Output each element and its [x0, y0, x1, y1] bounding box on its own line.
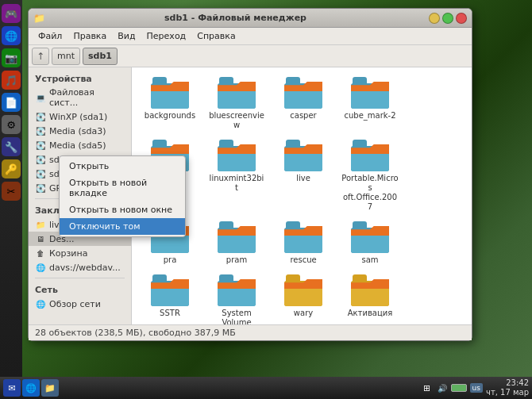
devices-section-title: Устройства [29, 71, 131, 86]
cut-icon: ✂ [7, 186, 16, 198]
file-item-aktivaciya[interactable]: Активация [338, 271, 402, 324]
tray-icons: ⊞ 🔊 [421, 382, 467, 394]
file-name-cube-mark: cube_mark-2 [344, 111, 395, 121]
file-name-bluescreenview: bluescreenview [208, 111, 265, 130]
file-item-backgrounds[interactable]: backgrounds [138, 74, 202, 133]
path-mnt-button[interactable]: mnt [52, 48, 80, 65]
panel-item-davs[interactable]: 🌐 davs://webdav... [29, 260, 131, 274]
file-item-system-volume[interactable]: System Volume Information [205, 271, 268, 324]
folder-icon-cube-mark [351, 77, 389, 109]
live-icon: 📁 [35, 219, 46, 230]
sidebar-app-docs[interactable]: 📄 [2, 93, 21, 112]
nav-up-icon: ↑ [37, 51, 44, 62]
file-item-rescue[interactable]: rescue [272, 218, 335, 268]
taskbar-browser-icon[interactable]: 🌐 [22, 379, 40, 397]
folder-icon-sstr [151, 274, 189, 306]
file-item-pram[interactable]: pram [205, 218, 268, 268]
file-item-portable-office[interactable]: Portable.Micros oft.Office.2007 [338, 136, 402, 215]
panel-item-winxp[interactable]: 💽 WinXP (sda1) [29, 109, 131, 124]
games-icon: 🎮 [5, 8, 17, 20]
toolbar: ↑ mnt sdb1 [29, 45, 472, 67]
file-item-cube-mark[interactable]: cube_mark-2 [338, 74, 402, 133]
file-name-system-volume: System Volume Information [208, 309, 265, 324]
status-text: 28 объектов (238,5 МБ), свободно 387,9 М… [35, 328, 236, 338]
sidebar-app-browser[interactable]: 🌐 [2, 26, 21, 45]
folder-icon-bluescreenview [218, 77, 256, 109]
nav-up-button[interactable]: ↑ [32, 48, 49, 65]
menu-view[interactable]: Вид [113, 29, 140, 43]
sidebar-app-camera[interactable]: 📷 [2, 48, 21, 67]
minimize-button[interactable] [429, 13, 440, 24]
file-name-sstr: SSTR [160, 309, 180, 318]
trash-icon: 🗑 [35, 247, 46, 259]
file-item-live[interactable]: live [272, 136, 335, 215]
keys-icon: 🔑 [5, 163, 17, 175]
menu-bar: Файл Правка Вид Переход Справка [29, 28, 472, 45]
tray-sound-icon[interactable]: 🔊 [436, 382, 449, 394]
panel-item-trash[interactable]: 🗑 Корзина [29, 246, 131, 260]
date-text: чт, 17 мар [486, 388, 529, 397]
close-button[interactable] [456, 13, 467, 24]
file-item-casper[interactable]: casper [272, 74, 335, 133]
sidebar-app-games[interactable]: 🎮 [2, 4, 21, 23]
folder-icon-linuxmint [218, 140, 256, 171]
file-name-rescue: rescue [290, 255, 316, 265]
music-icon: 🎵 [5, 75, 17, 86]
file-name-wary: wary [294, 309, 313, 318]
folder-icon-backgrounds [151, 77, 189, 109]
context-menu-open[interactable]: Открыть [60, 158, 185, 175]
context-menu-open-tab[interactable]: Открыть в новой вкладке [60, 175, 185, 201]
file-name-backgrounds: backgrounds [145, 111, 195, 121]
filesystem-icon: 💻 [35, 92, 46, 103]
file-name-pra: pra [164, 255, 177, 265]
network-label: Обзор сети [49, 299, 101, 309]
file-item-wary[interactable]: wary [272, 271, 335, 324]
menu-file[interactable]: Файл [33, 29, 67, 43]
tray-network-icon[interactable]: ⊞ [421, 382, 434, 394]
app-launcher-sidebar: 🎮 🌐 📷 🎵 📄 ⚙ 🔧 🔑 ✂ [0, 0, 22, 399]
docs-icon: 📄 [5, 97, 17, 109]
maximize-button[interactable] [442, 13, 453, 24]
file-item-bluescreenview[interactable]: bluescreenview [205, 74, 268, 133]
sidebar-app-cut[interactable]: ✂ [2, 182, 21, 201]
sda7-icon: 💽 [35, 168, 46, 179]
file-name-portable-office: Portable.Micros oft.Office.2007 [341, 174, 399, 212]
title-bar: 📁 sdb1 - Файловый менеджер [29, 9, 472, 28]
taskbar-email-icon[interactable]: ✉ [3, 379, 21, 397]
sda6-icon: 💽 [35, 154, 46, 165]
sidebar-app-tools[interactable]: 🔧 [2, 137, 21, 156]
sidebar-app-music[interactable]: 🎵 [2, 71, 21, 90]
file-item-linuxmint[interactable]: linuxmint32bit [205, 136, 268, 215]
menu-help[interactable]: Справка [192, 29, 240, 43]
sidebar-app-settings[interactable]: ⚙ [2, 115, 21, 134]
folder-icon-live [284, 140, 322, 171]
path-mnt-label: mnt [57, 51, 75, 61]
file-item-sam[interactable]: sam [338, 218, 402, 268]
taskbar-files-icon[interactable]: 📁 [41, 379, 59, 397]
folder-icon-pram [218, 221, 256, 253]
folder-icon-casper [284, 77, 322, 109]
path-sdb1-button[interactable]: sdb1 [83, 48, 118, 65]
davs-icon: 🌐 [35, 262, 46, 273]
panel-item-media-sda5[interactable]: 💽 Media (sda5) [29, 138, 131, 152]
desktop-icon: 🖥 [35, 233, 46, 244]
context-menu-open-window[interactable]: Открыть в новом окне [60, 201, 185, 218]
file-item-sstr[interactable]: SSTR [138, 271, 202, 324]
winxp-label: WinXP (sda1) [49, 112, 107, 122]
locale-indicator[interactable]: us [470, 383, 483, 393]
winxp-icon: 💽 [35, 111, 46, 122]
folder-icon-rescue [284, 221, 322, 253]
sidebar-app-keys[interactable]: 🔑 [2, 159, 21, 178]
media-sda5-icon: 💽 [35, 140, 46, 151]
tray-battery-icon[interactable] [451, 384, 467, 392]
panel-item-network[interactable]: 🌐 Обзор сети [29, 297, 131, 311]
context-menu-unmount[interactable]: Отключить том [60, 218, 185, 235]
panel-item-filesystem[interactable]: 💻 Файловая сист... [29, 86, 131, 109]
media-sda3-label: Media (sda3) [49, 126, 106, 136]
menu-go[interactable]: Переход [142, 29, 191, 43]
davs-label: davs://webdav... [49, 263, 121, 273]
context-menu: Открыть Открыть в новой вкладке Открыть … [59, 155, 186, 237]
file-name-pram: pram [226, 255, 247, 265]
panel-item-media-sda3[interactable]: 💽 Media (sda3) [29, 124, 131, 138]
menu-edit[interactable]: Правка [68, 29, 111, 43]
